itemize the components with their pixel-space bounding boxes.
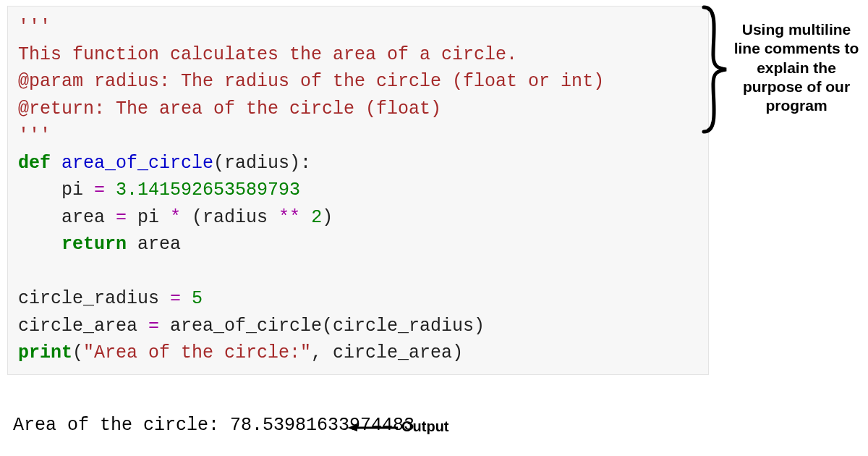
operator-star: *	[170, 207, 181, 228]
string-literal: "Area of the circle:"	[83, 342, 311, 363]
code-line-print: print("Area of the circle:", circle_area…	[18, 339, 698, 367]
code-block: ''' This function calculates the area of…	[7, 6, 709, 375]
code-line: @return: The area of the circle (float)	[18, 96, 698, 123]
code-line-area: area = pi * (radius ** 2)	[18, 204, 698, 232]
keyword-return: return	[61, 234, 127, 255]
code-line-circle-area: circle_area = area_of_circle(circle_radi…	[18, 313, 698, 340]
code-line: @param radius: The radius of the circle …	[18, 68, 698, 96]
function-name: area_of_circle	[61, 153, 213, 174]
docstring-line: @param radius: The radius of the circle …	[18, 71, 604, 92]
output-label: Output	[401, 418, 449, 435]
arrow-left-icon	[347, 424, 398, 431]
annotation-comment-purpose: Using multiline line comments to explain…	[728, 20, 865, 115]
number-pi: 3.141592653589793	[105, 180, 300, 200]
keyword-def: def	[18, 153, 51, 174]
operator-eq: =	[94, 180, 105, 200]
docstring-line: @return: The area of the circle (float)	[18, 98, 441, 119]
svg-marker-1	[347, 424, 357, 431]
code-line: '''	[18, 122, 698, 150]
code-line: '''	[18, 14, 698, 41]
code-line-blank	[18, 258, 698, 286]
docstring-open: '''	[18, 17, 51, 38]
operator-eq: =	[170, 288, 181, 309]
number-five: 5	[181, 288, 203, 309]
code-line-def: def area_of_circle(radius):	[18, 150, 698, 177]
docstring-line: This function calculates the area of a c…	[18, 44, 517, 65]
code-line: This function calculates the area of a c…	[18, 41, 698, 69]
code-line-circle-radius: circle_radius = 5	[18, 285, 698, 313]
number-two: 2	[311, 207, 322, 228]
operator-eq: =	[116, 207, 127, 228]
code-line-pi: pi = 3.141592653589793	[18, 177, 698, 204]
operator-pow: **	[278, 207, 300, 228]
code-line-return: return area	[18, 231, 698, 258]
operator-eq: =	[148, 316, 159, 337]
signature-rest: (radius):	[213, 153, 311, 174]
brace-icon	[700, 4, 729, 135]
docstring-close: '''	[18, 125, 51, 146]
keyword-print: print	[18, 342, 72, 363]
